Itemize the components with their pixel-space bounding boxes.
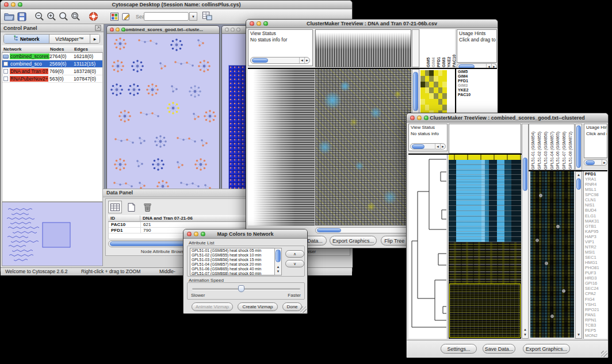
- attribute-item[interactable]: GPL51-06 (GSM865) heat shock 40 min: [190, 267, 281, 271]
- tab-network[interactable]: Network: [4, 35, 49, 43]
- gene-label[interactable]: PAC10: [458, 93, 497, 97]
- minimize-button[interactable]: [257, 21, 261, 26]
- col-network[interactable]: Network: [2, 47, 50, 52]
- minimize-button[interactable]: [417, 116, 422, 120]
- close-button[interactable]: [250, 21, 254, 26]
- attribute-select-icon[interactable]: [108, 201, 122, 213]
- gene-label[interactable]: GPI16: [584, 281, 607, 286]
- close-button[interactable]: [410, 116, 415, 120]
- minimize-button[interactable]: [11, 2, 16, 7]
- heatmap-vscrollbar[interactable]: ▲ ▼: [522, 124, 529, 339]
- zoom-in-icon[interactable]: [47, 12, 56, 21]
- gene-label[interactable]: RPO21: [584, 307, 607, 312]
- float-panel-icon[interactable]: [95, 25, 101, 33]
- minimize-button[interactable]: [116, 28, 120, 32]
- network-list-row[interactable]: DNA and Tran 07 769(0) 183728(0): [2, 68, 102, 75]
- gene-label[interactable]: GTB1: [584, 224, 607, 229]
- gene-label[interactable]: HAP3: [584, 234, 607, 239]
- expression-heatmap[interactable]: [449, 155, 521, 339]
- minimize-button[interactable]: [194, 232, 198, 236]
- view-status-scrollbar[interactable]: ◄►: [250, 57, 310, 64]
- gene-label[interactable]: ELG1: [584, 213, 607, 219]
- gene-label[interactable]: BUD4: [584, 208, 607, 213]
- gene-list-vscrollbar[interactable]: ▲ ▼: [575, 171, 582, 339]
- gene-label[interactable]: GIM4: [458, 74, 497, 79]
- resize-grip[interactable]: [300, 306, 307, 313]
- scroll-right-arrow[interactable]: ►: [440, 144, 445, 150]
- gene-label[interactable]: SEC24: [584, 286, 607, 291]
- gene-label[interactable]: GIM5: [458, 70, 497, 74]
- attribute-item[interactable]: GPL51-07 (GSM868) heat shock 60 min: [190, 271, 281, 275]
- close-button[interactable]: [4, 2, 9, 7]
- scroll-down-arrow[interactable]: ▼: [275, 269, 281, 274]
- vscrollbar-thumb[interactable]: [576, 125, 581, 168]
- zoom-fit-icon[interactable]: [71, 12, 81, 21]
- node-attributes-icon[interactable]: [110, 12, 119, 21]
- scroll-up-arrow[interactable]: ▲: [522, 327, 528, 332]
- import-table-icon[interactable]: [202, 11, 212, 21]
- gene-label[interactable]: SEC1: [584, 255, 607, 260]
- close-button[interactable]: [187, 232, 192, 236]
- treeview1-titlebar[interactable]: ClusterMaker TreeView : DNA and Tran 07-…: [246, 20, 498, 28]
- speed-slider-track[interactable]: [192, 288, 300, 290]
- move-up-button[interactable]: ∧: [285, 250, 304, 258]
- search-dropdown-arrow[interactable]: ▼: [189, 12, 197, 21]
- scroll-up-arrow[interactable]: ▲: [576, 173, 582, 178]
- vscrollbar-thumb[interactable]: [276, 250, 281, 262]
- new-attribute-icon[interactable]: [124, 201, 138, 213]
- gene-label[interactable]: TCB3: [584, 323, 607, 328]
- scroll-left-arrow[interactable]: ◄: [435, 144, 440, 150]
- gene-label[interactable]: PEP5: [584, 328, 607, 333]
- gene-label[interactable]: FIG4: [584, 297, 607, 302]
- gene-label[interactable]: RNR4: [584, 182, 607, 187]
- gene-label[interactable]: PFD1: [458, 79, 497, 83]
- scroll-left-arrow[interactable]: ◄: [299, 58, 304, 63]
- gene-label[interactable]: MAK31: [584, 219, 607, 224]
- gene-label[interactable]: YSH1: [584, 302, 607, 307]
- scroll-right-arrow[interactable]: ►: [602, 160, 607, 166]
- col-id[interactable]: ID: [108, 216, 140, 221]
- labels-vscrollbar[interactable]: [575, 124, 582, 170]
- save-icon[interactable]: [17, 12, 26, 21]
- search-input[interactable]: [144, 12, 189, 21]
- zoom-button[interactable]: [263, 21, 268, 26]
- gene-label[interactable]: SPC98: [584, 192, 607, 197]
- gene-label[interactable]: MSL1: [584, 187, 607, 192]
- zoom-heatmap[interactable]: [420, 70, 447, 116]
- gene-label[interactable]: CLN1: [584, 197, 607, 202]
- gene-label[interactable]: NIS1: [584, 202, 607, 208]
- dialog-titlebar[interactable]: Map Colors to Network: [183, 229, 307, 239]
- overview-viewport-rect[interactable]: [43, 223, 70, 247]
- attribute-item[interactable]: GPL51-04 (GSM857) heat shock 20 min: [190, 262, 281, 267]
- col-nodes[interactable]: Nodes: [50, 47, 74, 52]
- attribute-item[interactable]: GPL51-02 (GSM855) heat shock 10 min: [190, 253, 281, 258]
- zoom-button[interactable]: [236, 28, 240, 32]
- tab-vizmapper[interactable]: VizMapper™: [49, 35, 90, 43]
- gene-label[interactable]: NTR2: [584, 244, 607, 250]
- gene-label[interactable]: MON2: [584, 333, 607, 338]
- zoom-button[interactable]: [18, 2, 22, 7]
- settings-button[interactable]: Settings...: [441, 344, 477, 354]
- zoom-selected-icon[interactable]: [59, 12, 68, 21]
- save-data-button[interactable]: Save Data...: [483, 344, 515, 354]
- attribute-item[interactable]: GPL51-03 (GSM856) heat shock 15 min: [190, 258, 281, 262]
- column-dendrogram[interactable]: [315, 29, 411, 67]
- export-graphics-button[interactable]: Export Graphics...: [523, 344, 570, 354]
- close-button[interactable]: [225, 28, 229, 32]
- network-list-row[interactable]: RNAPuberNov2+ 563(0) 107847(0): [2, 75, 102, 83]
- open-folder-icon[interactable]: [4, 12, 15, 21]
- gene-label[interactable]: MSI1: [584, 250, 607, 255]
- delete-attribute-icon[interactable]: [140, 201, 154, 213]
- gene-label[interactable]: PUF3: [584, 270, 607, 275]
- zoom-heatmap[interactable]: [530, 171, 574, 338]
- gene-label[interactable]: HMG1: [584, 260, 607, 265]
- scroll-thumb[interactable]: [252, 58, 268, 63]
- hscrollbar-thumb[interactable]: [317, 228, 341, 232]
- help-ring-icon[interactable]: [89, 12, 98, 21]
- gene-label[interactable]: PAN1: [584, 312, 607, 317]
- scroll-thumb[interactable]: [412, 144, 424, 149]
- vscrollbar-thumb[interactable]: [576, 178, 581, 190]
- gene-label[interactable]: CPA2: [584, 291, 607, 296]
- scroll-down-arrow[interactable]: ▼: [576, 332, 582, 338]
- vscrollbar-thumb[interactable]: [523, 158, 527, 191]
